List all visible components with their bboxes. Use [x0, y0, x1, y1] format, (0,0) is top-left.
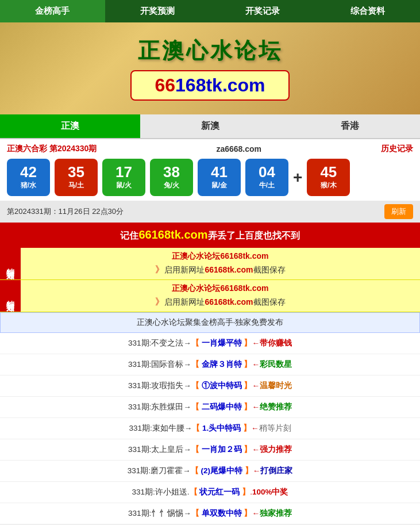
special-notices: 特别通知 正澳心水论坛66168tk.com 》启用新网址66168tk.com… — [0, 248, 420, 312]
ball-3-zodiac: 鼠/火 — [116, 181, 132, 190]
lottery-website: za6668.com — [216, 144, 261, 154]
nav-kaijiangyuce[interactable]: 开奖预测 — [105, 0, 210, 22]
special-text: (2)尾爆中特 — [201, 466, 242, 475]
ball-2-zodiac: 马/土 — [68, 181, 84, 190]
list-item[interactable]: 331期:国际音标→【 金牌３肖特 】←彩民数星 — [0, 354, 420, 375]
notice-label-2: 特别通知 — [0, 280, 21, 312]
period-text: 331期:磨刀霍霍→ — [128, 466, 191, 475]
main-tabs: 正澳 新澳 香港 — [0, 114, 420, 139]
refresh-button[interactable]: 刷新 — [384, 204, 413, 219]
notice-arrow-1: 》 — [155, 265, 164, 274]
tab-xianggang[interactable]: 香港 — [280, 114, 420, 138]
list-item[interactable]: 331期:攻瑕指失→【 ①波中特码 】←温馨时光 — [0, 375, 420, 397]
lottery-title-text: 正澳六合彩 第 — [7, 144, 57, 153]
ball-3: 17 鼠/火 — [102, 159, 145, 196]
ball-special-zodiac: 猴/木 — [321, 181, 336, 190]
desc-text: 彩民数星 — [260, 360, 292, 369]
ball-special: 45 猴/木 — [307, 159, 350, 196]
ball-4-num: 38 — [163, 164, 180, 179]
notice-line-2b: 》启用新网址66168tk.com截图保存 — [26, 296, 414, 308]
period-text: 331期:忄忄惕惕→ — [128, 509, 191, 518]
bracket-close: 】 — [242, 360, 252, 369]
notice-line-2a: 正澳心水论坛66168tk.com — [26, 283, 414, 294]
list-item[interactable]: 331期:太上皇后→【 一肖加２码 】←强力推荐 — [0, 439, 420, 461]
notice-2b-url: 66168tk.com — [205, 297, 253, 306]
plus-icon: + — [293, 168, 302, 187]
ball-6: 04 牛/土 — [245, 159, 288, 196]
arrow-icon: ← — [252, 445, 260, 454]
ball-4-zodiac: 兔/火 — [164, 181, 179, 190]
ball-1-zodiac: 猪/水 — [21, 181, 36, 190]
notice-1b-url: 66168tk.com — [205, 265, 253, 274]
special-text: 一肖加２码 — [202, 445, 242, 454]
special-text: 二码爆中特 — [202, 403, 242, 411]
notice-row-1: 特别通知 正澳心水论坛66168tk.com 》启用新网址66168tk.com… — [0, 248, 420, 280]
banner: 正澳心水论坛 66168tk.com — [0, 22, 420, 114]
bracket-open: 【 — [191, 466, 201, 475]
bracket-open: 【 — [191, 381, 202, 390]
forum-header: 正澳心水论坛聚集金榜高手·独家免费发布 — [0, 312, 420, 333]
notice-arrow-2: 》 — [155, 297, 164, 306]
banner-title: 正澳心水论坛 — [138, 36, 283, 66]
notice-label-1: 特别通知 — [0, 248, 21, 279]
ball-special-num: 45 — [320, 164, 337, 179]
special-text: 1.头中特码 — [202, 424, 241, 432]
period-text: 331期:不变之法→ — [128, 339, 191, 347]
special-text: 金牌３肖特 — [202, 360, 242, 369]
balls-row: 42 猪/水 35 马/土 17 鼠/火 38 兔/火 41 鼠/金 04 牛/… — [7, 159, 413, 196]
list-item[interactable]: 331期:忄忄惕惕→【 单双数中特 】←独家推荐 — [0, 503, 420, 524]
notice-content-1: 正澳心水论坛66168tk.com 》启用新网址66168tk.com截图保存 — [21, 248, 420, 279]
arrow-icon: ← — [252, 509, 260, 518]
bracket-open: 【 — [191, 403, 202, 411]
nav-jingbang[interactable]: 金榜高手 — [0, 0, 105, 22]
desc-text: 绝赞推荐 — [260, 403, 292, 411]
notice-line-1a: 正澳心水论坛66168tk.com — [26, 251, 414, 262]
list-item[interactable]: 331期:东胜煤田→【 二码爆中特 】←绝赞推荐 — [0, 397, 420, 418]
ball-2: 35 马/土 — [55, 159, 98, 196]
tab-zhengao[interactable]: 正澳 — [0, 114, 140, 138]
ball-2-num: 35 — [68, 164, 84, 179]
bracket-open: 【 — [191, 445, 202, 454]
desc-text: 100%中奖 — [252, 488, 288, 496]
bracket-open: 【 — [191, 509, 202, 518]
arrow-icon: ← — [253, 466, 261, 475]
ball-5-zodiac: 鼠/金 — [211, 181, 227, 190]
bracket-open: 【 — [191, 339, 202, 347]
period-text: 331期:束如牛腰→ — [129, 424, 192, 432]
special-text: ①波中特码 — [202, 381, 242, 390]
bracket-open: 【 — [190, 488, 200, 496]
lottery-title-suffix: 期 — [88, 144, 97, 153]
period-text: 331期:太上皇后→ — [128, 445, 191, 454]
arrow-icon: ← — [252, 339, 260, 347]
history-link[interactable]: 历史记录 — [381, 144, 413, 154]
bracket-close: 】 — [242, 466, 253, 475]
special-text: 状元红一码 — [199, 488, 240, 496]
ball-4: 38 兔/火 — [150, 159, 193, 196]
url-text: 168tk.com — [175, 75, 265, 95]
bracket-close: 】 — [242, 509, 252, 518]
bracket-open: 【 — [192, 424, 202, 432]
period-text: 331期:国际音标→ — [128, 360, 191, 369]
list-item[interactable]: 331期:许小姐送.【 状元红一码 】.100%中奖 — [0, 482, 420, 503]
period-text: 331期:东胜煤田→ — [128, 403, 191, 411]
bracket-close: 】 — [241, 424, 251, 432]
notice-2b-suffix: 截图保存 — [253, 297, 286, 306]
list-item[interactable]: 331期:磨刀霍霍→【 (2)尾爆中特 】←打倒庄家 — [0, 461, 420, 482]
url-number: 66 — [155, 75, 175, 95]
nav-kaijiangjilu[interactable]: 开奖记录 — [210, 0, 315, 22]
desc-text: 温馨时光 — [260, 381, 292, 390]
ball-5: 41 鼠/金 — [198, 159, 241, 196]
notice-2a-url: 66168tk.com — [220, 283, 268, 293]
list-item[interactable]: 331期:束如牛腰→【 1.头中特码 】←稍等片刻 — [0, 418, 420, 439]
tab-xinao[interactable]: 新澳 — [140, 114, 280, 138]
desc-text: 带你赚钱 — [260, 339, 292, 347]
ball-6-zodiac: 牛/土 — [259, 181, 275, 190]
desc-text: 独家推荐 — [260, 509, 292, 518]
notice-1a-url: 66168tk.com — [220, 251, 268, 260]
list-item[interactable]: 331期:不变之法→【 一肖爆平特 】←带你赚钱 — [0, 333, 420, 354]
next-period-text: 第2024331期：11月26日 22点30分 — [7, 206, 124, 217]
banner-url: 66168tk.com — [130, 70, 289, 101]
special-text: 一肖爆平特 — [202, 339, 242, 347]
nav-zonghe[interactable]: 综合资料 — [315, 0, 420, 22]
notice-line-1b: 》启用新网址66168tk.com截图保存 — [26, 264, 414, 276]
